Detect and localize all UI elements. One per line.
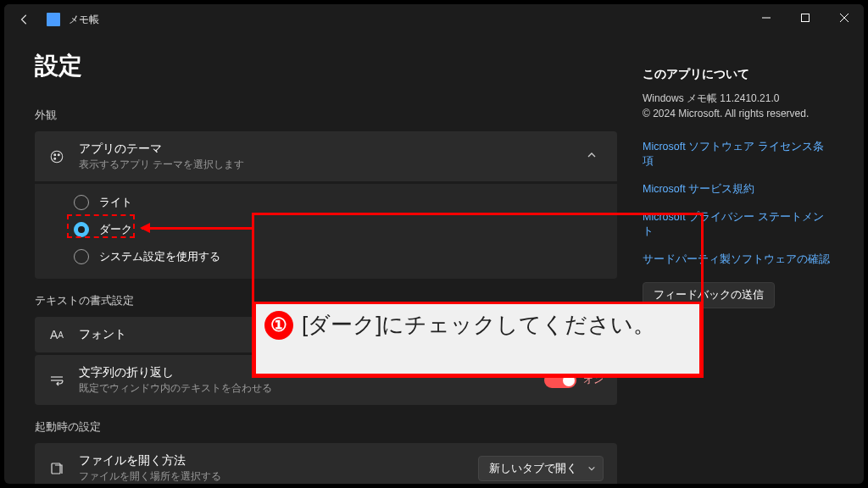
radio-icon [74,222,89,237]
about-copyright: © 2024 Microsoft. All rights reserved. [643,106,833,121]
page-title: 設定 [35,50,617,82]
close-icon [840,14,849,22]
radio-label: ライト [99,195,132,210]
maximize-button[interactable] [786,4,825,31]
app-theme-title: アプリのテーマ [79,141,580,157]
link-tos[interactable]: Microsoft サービス規約 [643,175,833,203]
section-appearance-label: 外観 [35,108,617,123]
link-license[interactable]: Microsoft ソフトウェア ライセンス条項 [643,133,833,175]
wordwrap-sub: 既定でウィンドウ内のテキストを合わせる [79,382,544,395]
file-open-sub: ファイルを開く場所を選択する [79,470,478,483]
annotation-text: [ダーク]にチェックしてください。 [302,311,655,340]
about-heading: このアプリについて [643,67,833,82]
app-title: メモ帳 [69,13,99,27]
link-privacy[interactable]: Microsoft プライバシー ステートメント [643,203,833,246]
app-window: メモ帳 設定 外観 アプリのテーマ 表示するアプリ テーマを選択します [4,4,864,484]
chevron-up-icon [580,150,604,163]
file-open-title: ファイルを開く方法 [79,453,478,469]
svg-point-6 [58,153,59,155]
section-startup-label: 起動時の設定 [35,419,617,435]
annotation-callout: ① [ダーク]にチェックしてください。 [253,302,702,376]
annotation-number: ① [264,311,293,340]
app-theme-sub: 表示するアプリ テーマを選択します [79,158,580,171]
theme-option-dark[interactable]: ダーク [74,216,617,243]
app-theme-row[interactable]: アプリのテーマ 表示するアプリ テーマを選択します [35,131,617,181]
about-version: Windows メモ帳 11.2410.21.0 [643,91,833,106]
theme-radio-group: ライト ダーク システム設定を使用する [35,184,617,279]
minimize-icon [762,14,771,22]
minimize-button[interactable] [747,4,786,31]
file-open-dropdown[interactable]: 新しいタブで開く [478,456,604,481]
svg-point-7 [54,158,56,159]
arrow-left-icon [19,14,31,25]
wrap-icon [48,374,65,387]
app-theme-text: アプリのテーマ 表示するアプリ テーマを選択します [79,141,580,171]
titlebar: メモ帳 [4,4,864,35]
file-open-text: ファイルを開く方法 ファイルを開く場所を選択する [79,453,478,483]
radio-icon [74,249,89,264]
about-sidebar: このアプリについて Windows メモ帳 11.2410.21.0 © 202… [643,42,833,484]
radio-label: ダーク [99,222,132,237]
theme-option-system[interactable]: システム設定を使用する [74,243,617,270]
link-thirdparty[interactable]: サードパーティ製ソフトウェアの確認 [643,246,833,274]
file-open-icon [48,462,65,475]
content: 設定 外観 アプリのテーマ 表示するアプリ テーマを選択します ライト [4,35,864,484]
palette-icon [48,149,65,164]
settings-main: 設定 外観 アプリのテーマ 表示するアプリ テーマを選択します ライト [35,42,643,484]
close-button[interactable] [825,4,864,31]
file-open-row[interactable]: ファイルを開く方法 ファイルを開く場所を選択する 新しいタブで開く [35,443,617,484]
svg-point-4 [51,151,63,163]
window-controls [747,4,864,31]
theme-option-light[interactable]: ライト [74,189,617,216]
radio-icon [74,195,89,210]
dropdown-value: 新しいタブで開く [489,461,577,476]
back-button[interactable] [11,6,38,33]
font-icon: AA [48,328,65,341]
svg-point-5 [54,153,56,155]
chevron-down-icon [587,464,596,473]
svg-rect-1 [802,14,810,22]
app-icon [47,13,60,26]
radio-label: システム設定を使用する [99,249,220,264]
maximize-icon [801,14,810,22]
